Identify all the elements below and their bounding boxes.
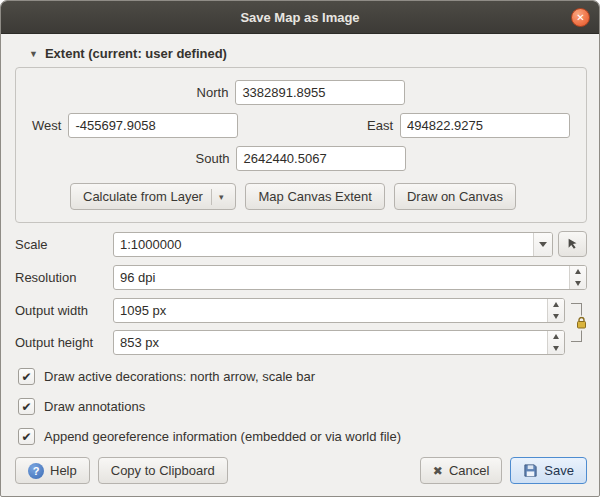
calculate-from-layer-label: Calculate from Layer (83, 189, 203, 204)
help-label: Help (50, 463, 77, 478)
dialog-body: ▼ Extent (current: user defined) North W… (1, 34, 599, 496)
resolution-input[interactable] (113, 265, 587, 290)
output-width-spinner (547, 299, 564, 322)
north-row: North (26, 80, 576, 105)
map-canvas-extent-label: Map Canvas Extent (258, 189, 371, 204)
copy-to-clipboard-button[interactable]: Copy to Clipboard (98, 457, 228, 484)
save-disk-icon (523, 463, 538, 478)
map-canvas-extent-button[interactable]: Map Canvas Extent (245, 183, 384, 210)
linked-size-rows: Output width Output height (15, 290, 587, 355)
output-width-spinbox (113, 298, 565, 323)
west-label: West (32, 118, 61, 133)
dropdown-arrow-icon: ▾ (211, 189, 224, 205)
save-button[interactable]: Save (510, 457, 587, 484)
spin-up-icon[interactable] (570, 266, 586, 278)
draw-on-canvas-label: Draw on Canvas (407, 189, 503, 204)
resolution-label: Resolution (15, 270, 113, 285)
scale-label: Scale (15, 237, 113, 252)
checkbox-checked[interactable]: ✔ (18, 398, 35, 415)
chevron-down-icon (539, 242, 547, 247)
extent-buttons-row: Calculate from Layer ▾ Map Canvas Extent… (70, 183, 576, 210)
checkmark-icon: ✔ (21, 401, 31, 413)
checkbox-label: Draw annotations (44, 399, 145, 414)
east-label: East (367, 118, 393, 133)
lock-aspect-ratio-button[interactable] (576, 315, 587, 330)
extent-group-title: Extent (current: user defined) (45, 46, 227, 61)
checkbox-checked[interactable]: ✔ (18, 368, 35, 385)
output-height-label: Output height (15, 335, 113, 350)
scale-dropdown-button[interactable] (533, 233, 552, 256)
west-east-row: West East (26, 113, 576, 138)
checkbox-label: Append georeference information (embedde… (44, 429, 401, 444)
output-height-input[interactable] (113, 330, 565, 355)
south-input[interactable] (236, 146, 406, 171)
output-width-row: Output width (15, 298, 565, 323)
cursor-arrow-icon (566, 237, 580, 251)
help-button[interactable]: ? Help (15, 457, 90, 484)
scale-row: Scale (15, 231, 587, 257)
calculate-from-layer-button[interactable]: Calculate from Layer ▾ (70, 183, 236, 210)
checkbox-checked[interactable]: ✔ (18, 428, 35, 445)
output-height-spinner (547, 331, 564, 354)
lock-icon (576, 316, 587, 329)
east-input[interactable] (400, 113, 570, 138)
checkbox-label: Draw active decorations: north arrow, sc… (44, 369, 315, 384)
extent-group-box: North West East South Calculate from Lay… (15, 67, 587, 223)
spin-down-icon[interactable] (548, 311, 564, 323)
cancel-x-icon: ✖ (433, 464, 443, 478)
checkbox-draw-annotations[interactable]: ✔ Draw annotations (18, 398, 587, 415)
output-height-spinbox (113, 330, 565, 355)
extent-group-header[interactable]: ▼ Extent (current: user defined) (29, 46, 587, 61)
help-icon: ? (28, 463, 44, 479)
scale-input[interactable] (113, 232, 553, 257)
footer-button-bar: ? Help Copy to Clipboard ✖ Cancel Save (15, 457, 587, 484)
close-icon: ✕ (576, 13, 584, 23)
south-label: South (196, 151, 230, 166)
save-label: Save (544, 463, 574, 478)
cancel-label: Cancel (449, 463, 489, 478)
north-label: North (197, 85, 229, 100)
west-input[interactable] (68, 113, 238, 138)
resolution-row: Resolution (15, 265, 587, 290)
checkmark-icon: ✔ (21, 431, 31, 443)
close-button[interactable]: ✕ (571, 8, 590, 27)
collapse-arrow-icon: ▼ (29, 49, 38, 59)
set-scale-from-canvas-button[interactable] (558, 231, 587, 257)
window-title: Save Map as Image (240, 10, 359, 25)
checkbox-draw-decorations[interactable]: ✔ Draw active decorations: north arrow, … (18, 368, 587, 385)
output-width-label: Output width (15, 303, 113, 318)
titlebar[interactable]: Save Map as Image ✕ (1, 1, 599, 34)
spin-down-icon[interactable] (548, 343, 564, 355)
copy-to-clipboard-label: Copy to Clipboard (111, 463, 215, 478)
output-height-row: Output height (15, 330, 565, 355)
checkmark-icon: ✔ (21, 371, 31, 383)
north-input[interactable] (235, 80, 405, 105)
cancel-button[interactable]: ✖ Cancel (420, 457, 503, 484)
draw-on-canvas-button[interactable]: Draw on Canvas (394, 183, 516, 210)
save-map-as-image-dialog: Save Map as Image ✕ ▼ Extent (current: u… (0, 0, 600, 497)
spin-up-icon[interactable] (548, 299, 564, 311)
output-width-input[interactable] (113, 298, 565, 323)
resolution-spinbox (113, 265, 587, 290)
spin-up-icon[interactable] (548, 331, 564, 343)
resolution-spinner (569, 266, 586, 289)
spin-down-icon[interactable] (570, 278, 586, 290)
scale-combo (113, 232, 553, 257)
checkbox-append-georeference[interactable]: ✔ Append georeference information (embed… (18, 428, 587, 445)
south-row: South (26, 146, 576, 171)
